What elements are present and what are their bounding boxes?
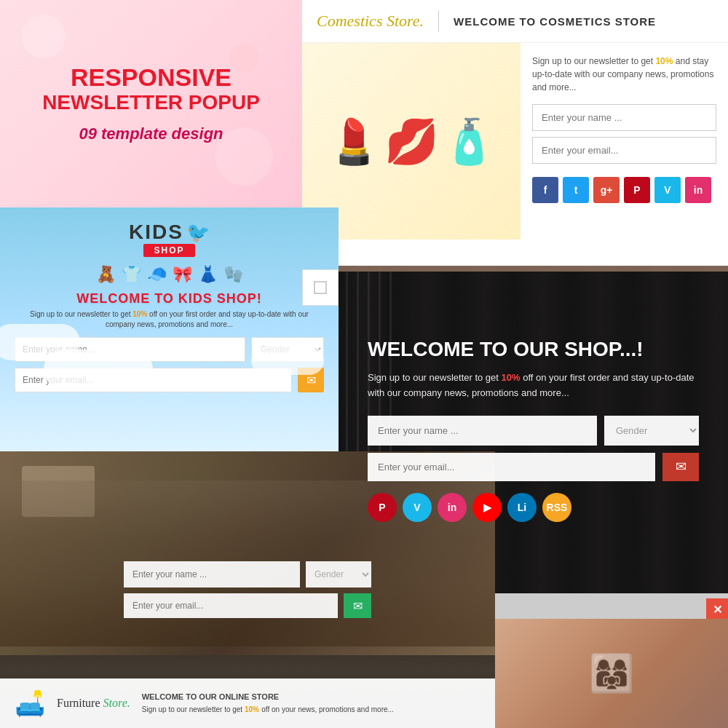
checkbox-area[interactable] [302, 269, 339, 306]
fashion-social-row: P V in ▶ Li RSS [368, 493, 699, 522]
social-google-btn[interactable]: g+ [593, 177, 620, 203]
furniture-form-row1: Gender Male Female [124, 561, 371, 587]
furniture-submit-button[interactable]: ✉ [344, 593, 371, 618]
social-vimeo-btn[interactable]: V [654, 177, 681, 203]
fashion-submit-button[interactable]: ✉ [662, 453, 699, 481]
cosmetics-body: 💄💋🧴 Sign up to our newsletter to get 10%… [302, 43, 728, 240]
title-line1: RESPONSIVE [42, 64, 260, 91]
fashion-youtube-btn[interactable]: ▶ [472, 493, 502, 522]
main-title: RESPONSIVE NEWSLETTER POPUP [42, 64, 260, 114]
deco-circle3 [229, 44, 258, 73]
title-line2: NEWSLETTER POPUP [42, 92, 260, 114]
furniture-form-row2: ✉ [124, 593, 371, 618]
kids-shop-badge: SHOP [143, 244, 194, 257]
furniture-form: Gender Male Female ✉ [124, 561, 371, 618]
furniture-logo-icon: 🛋️ [15, 689, 45, 718]
cosmetics-email-input[interactable] [532, 137, 716, 164]
kids-header: KIDS 🐦 SHOP [0, 207, 339, 261]
header-divider [438, 10, 439, 32]
kids-welcome-text: WELCOME TO KIDS SHOP! [0, 291, 339, 306]
fashion-email-input[interactable] [368, 453, 655, 481]
fashion-submit-icon: ✉ [676, 459, 687, 475]
kids-bird: 🐦 [186, 221, 210, 244]
furniture-brand: Furniture Store. [57, 697, 130, 710]
fashion-form-row2: ✉ [368, 453, 699, 481]
cosmetics-logo: Comestics Store. [317, 12, 424, 31]
fashion-instagram-btn[interactable]: in [438, 493, 467, 522]
social-facebook-btn[interactable]: f [532, 177, 558, 203]
deco-circle2 [215, 127, 273, 186]
furniture-email-input[interactable] [124, 593, 338, 618]
photo-background: 👩‍👩‍👧 [495, 619, 728, 728]
deco-circle [22, 15, 66, 58]
cosmetics-name-input[interactable] [532, 104, 716, 131]
cosmetics-form: Sign up to our newsletter to get 10% and… [521, 43, 728, 240]
kids-clothes-decoration: 🧸 👕 🧢 🎀 👗 🧤 [0, 261, 339, 288]
fashion-form-row1: Gender Male Female [368, 416, 699, 446]
cosmetics-signup: Sign up to our newsletter to get 10% and… [532, 55, 716, 94]
cosmetics-panel: Comestics Store. WELCOME TO COSMETICS ST… [302, 0, 728, 266]
social-instagram-btn[interactable]: in [685, 177, 711, 203]
kids-panel: KIDS 🐦 SHOP 🧸 👕 🧢 🎀 👗 🧤 WELCOME TO KIDS … [0, 207, 339, 455]
kids-logo: KIDS 🐦 SHOP [129, 221, 210, 257]
fashion-photo-people: 👩‍👩‍👧 [589, 652, 634, 695]
cosmetics-header: Comestics Store. WELCOME TO COSMETICS ST… [302, 0, 728, 43]
fashion-pinterest-btn[interactable]: P [368, 493, 397, 522]
furniture-submit-icon: ✉ [353, 599, 363, 613]
social-pinterest-btn[interactable]: P [624, 177, 650, 203]
banner-panel: RESPONSIVE NEWSLETTER POPUP 09 template … [0, 0, 302, 207]
social-twitter-btn[interactable]: t [563, 177, 589, 203]
cloud-center [44, 349, 153, 389]
cosmetics-welcome-text: WELCOME TO COSMETICS STORE [454, 15, 656, 28]
subtitle: 09 template design [79, 124, 223, 143]
cosmetics-social-row: f t g+ P V in [532, 177, 716, 203]
fashion-rss-btn[interactable]: RSS [542, 493, 571, 522]
furniture-name-input[interactable] [124, 561, 300, 587]
photo-panel: 👩‍👩‍👧 [495, 619, 728, 728]
checkbox[interactable] [314, 281, 327, 294]
fashion-gender-select[interactable]: Gender Male Female [604, 416, 699, 446]
fashion-title: WELCOME TO OUR SHOP...! [368, 337, 699, 362]
close-main-button[interactable]: ✕ [706, 598, 728, 620]
cloud-right [251, 346, 324, 375]
product-icons: 💄💋🧴 [327, 116, 496, 167]
kids-submit-icon: ✉ [306, 373, 316, 387]
furniture-gender-select[interactable]: Gender Male Female [306, 561, 371, 587]
fashion-vimeo-btn[interactable]: V [403, 493, 432, 522]
fashion-desc: Sign up to our newsletter to get 10% off… [368, 371, 699, 401]
fashion-linkedin-btn[interactable]: Li [507, 493, 537, 522]
furniture-footer-text: WELCOME TO OUR ONLINE STORE Sign up to o… [142, 691, 480, 716]
fashion-name-input[interactable] [368, 416, 597, 446]
furniture-footer: 🛋️ Furniture Store. WELCOME TO OUR ONLIN… [0, 678, 495, 728]
